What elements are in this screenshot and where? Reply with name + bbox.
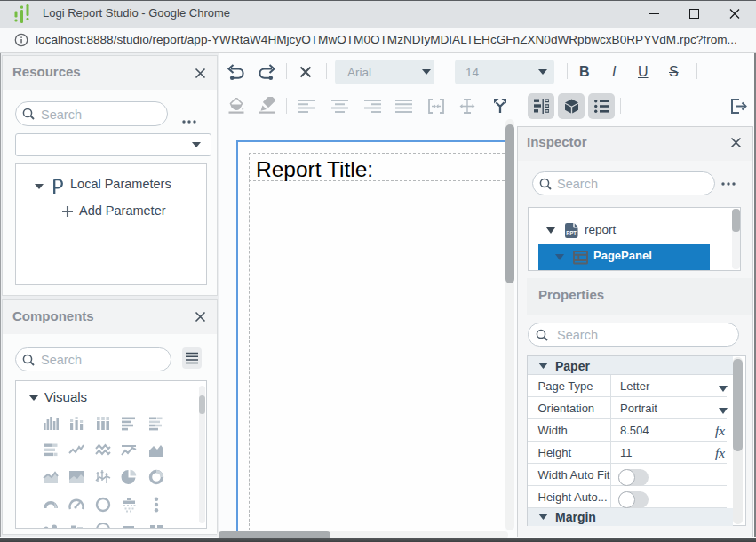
svg-text:RPT: RPT xyxy=(566,230,577,235)
